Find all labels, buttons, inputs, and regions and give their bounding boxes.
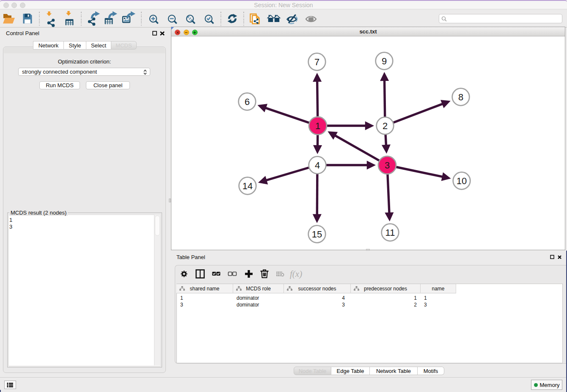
svg-text:f(x): f(x) [290,269,302,279]
svg-text:14: 14 [242,181,253,191]
svg-text:7: 7 [314,57,319,67]
svg-text:9: 9 [382,56,387,66]
svg-text:15: 15 [312,229,322,240]
svg-text:8: 8 [458,92,463,102]
svg-text:11: 11 [385,227,395,238]
svg-text:10: 10 [457,176,467,186]
svg-text:3: 3 [385,160,390,171]
svg-text:1: 1 [315,121,320,131]
svg-text:4: 4 [315,160,320,171]
svg-text:2: 2 [383,121,388,131]
svg-text:6: 6 [245,97,250,107]
